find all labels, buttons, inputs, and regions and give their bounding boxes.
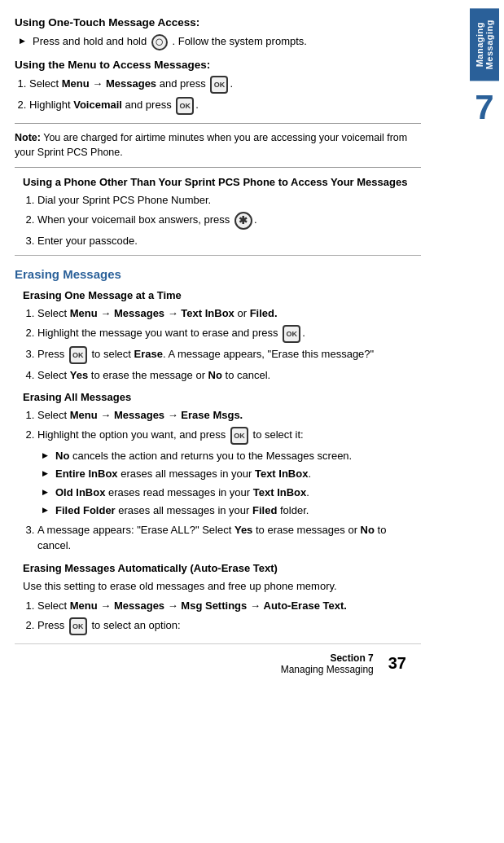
sidebar: Managing Messaging 7 (465, 0, 504, 843)
one-touch-section: Using One-Touch Message Access: Press an… (15, 16, 421, 50)
menu-icon-button: ◯ (151, 34, 168, 50)
section-divider (15, 255, 421, 256)
star-icon: ✱ (234, 212, 252, 230)
page-footer: Section 7 Managing Messaging 37 (15, 643, 421, 683)
ok-icon-2: OK (176, 97, 194, 115)
bullet-no: No cancels the action and returns you to… (55, 448, 421, 464)
bullet-filed-folder: Filed Folder erases all messages in your… (55, 503, 421, 519)
menu-access-section: Using the Menu to Access Messages: Selec… (15, 59, 421, 115)
erasing-all-heading: Erasing All Messages (23, 391, 421, 403)
ok-icon-5: OK (230, 427, 248, 445)
erasing-all-step-3: A message appears: "Erase ALL?" Select Y… (37, 522, 421, 554)
one-touch-bullet-item: Press and hold and hold ◯ . Follow the s… (33, 33, 421, 50)
footer-section-label: Section 7 Managing Messaging (281, 652, 374, 675)
erasing-auto-heading: Erasing Messages Automatically (Auto-Era… (23, 562, 421, 574)
menu-access-heading: Using the Menu to Access Messages: (15, 59, 421, 71)
ok-icon-3: OK (283, 325, 300, 343)
ok-icon-1: OK (210, 76, 228, 94)
erasing-auto-step-1: Select Menu → Messages → Msg Settings → … (37, 598, 421, 614)
erasing-auto-step-2: Press OK to select an option: (37, 617, 421, 635)
erasing-one-step-3: Press OK to select Erase. A message appe… (37, 346, 421, 364)
erasing-messages-heading: Erasing Messages (15, 267, 421, 281)
bullet-entire-inbox: Entire InBox erases all messages in your… (55, 466, 421, 482)
sidebar-tab: Managing Messaging (470, 8, 499, 81)
erasing-one-step-4: Select Yes to erase the message or No to… (37, 367, 421, 384)
note-box: Note: You are charged for airtime minute… (15, 123, 421, 169)
menu-step-1: Select Menu → Messages and press OK. (29, 76, 421, 94)
erasing-one-step-1: Select Menu → Messages → Text InBox or F… (37, 305, 421, 322)
erasing-one-heading: Erasing One Message at a Time (23, 289, 421, 301)
erasing-all-section: Erasing All Messages Select Menu → Messa… (15, 391, 421, 554)
ok-icon-6: OK (69, 617, 87, 635)
one-touch-heading: Using One-Touch Message Access: (15, 16, 421, 29)
erasing-all-step-1: Select Menu → Messages → Erase Msgs. (37, 407, 421, 424)
erasing-auto-section: Erasing Messages Automatically (Auto-Era… (15, 562, 421, 635)
page-number: 37 (388, 654, 406, 673)
menu-step-2: Highlight Voicemail and press OK. (29, 97, 421, 115)
phone-step-1: Dial your Sprint PCS Phone Number. (37, 192, 421, 209)
phone-other-heading: Using a Phone Other Than Your Sprint PCS… (23, 176, 421, 188)
bullet-old-inbox: Old InBox erases read messages in your T… (55, 485, 421, 501)
ok-icon-4: OK (69, 346, 87, 364)
sidebar-number: 7 (475, 90, 493, 125)
erasing-all-step-2: Highlight the option you want, and press… (37, 427, 421, 519)
phone-other-section: Using a Phone Other Than Your Sprint PCS… (15, 176, 421, 248)
erasing-one-step-2: Highlight the message you want to erase … (37, 325, 421, 343)
phone-step-2: When your voicemail box answers, press ✱… (37, 212, 421, 230)
phone-step-3: Enter your passcode. (37, 233, 421, 249)
erasing-auto-body: Use this setting to erase old messages a… (23, 578, 421, 595)
erasing-one-section: Erasing One Message at a Time Select Men… (15, 289, 421, 383)
